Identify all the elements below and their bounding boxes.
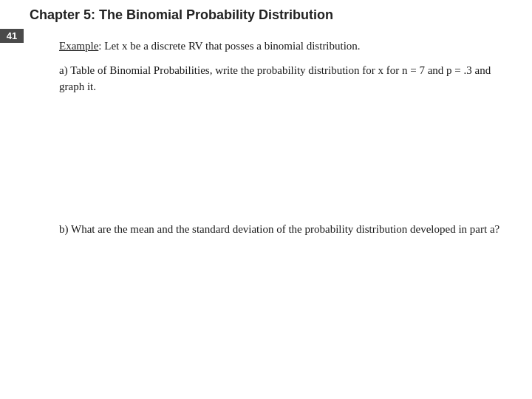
part-b-label: b): [59, 223, 69, 235]
main-row: 41 Example: Let x be a discrete RV that …: [0, 29, 532, 253]
part-b-block: b) What are the mean and the standard de…: [59, 221, 502, 238]
title-bar: Chapter 5: The Binomial Probability Dist…: [0, 0, 532, 29]
example-label: Example: [59, 40, 98, 52]
empty-space: [59, 103, 502, 221]
part-a-line: a) Table of Binomial Probabilities, writ…: [59, 64, 491, 93]
part-b-line: b) What are the mean and the standard de…: [59, 223, 499, 235]
example-intro-line: Example: Let x be a discrete RV that pos…: [59, 40, 361, 52]
part-a-label: a): [59, 64, 68, 76]
content-area: Example: Let x be a discrete RV that pos…: [24, 29, 532, 253]
part-a-block: a) Table of Binomial Probabilities, writ…: [59, 62, 502, 95]
slide-container: Chapter 5: The Binomial Probability Dist…: [0, 0, 532, 399]
part-b-text: What are the mean and the standard devia…: [69, 223, 500, 235]
slide-title: Chapter 5: The Binomial Probability Dist…: [30, 7, 333, 22]
slide-number: 41: [0, 29, 24, 43]
example-block: Example: Let x be a discrete RV that pos…: [59, 38, 502, 55]
part-a-text: Table of Binomial Probabilities, write t…: [59, 64, 491, 93]
example-intro-text: : Let x be a discrete RV that posses a b…: [98, 40, 360, 52]
